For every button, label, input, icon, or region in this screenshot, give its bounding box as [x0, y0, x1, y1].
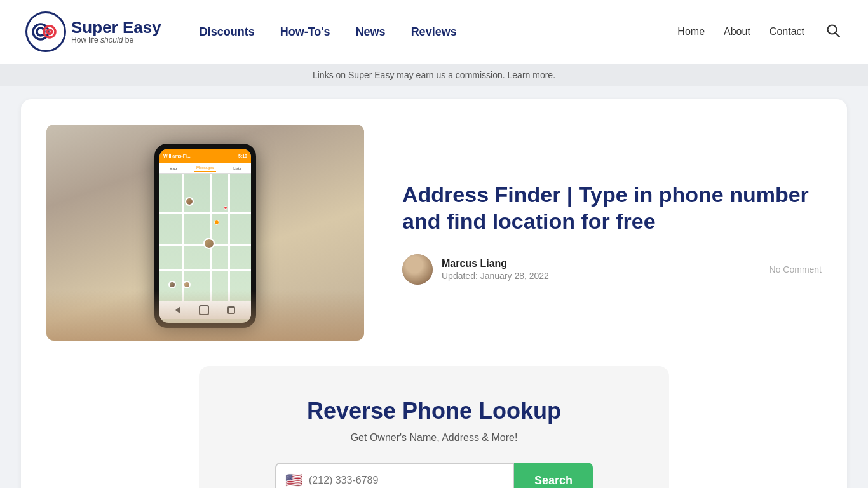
lookup-widget: Reverse Phone Lookup Get Owner's Name, A… [199, 366, 669, 488]
comment-count: No Comment [770, 264, 822, 274]
lookup-subtitle: Get Owner's Name, Address & More! [224, 432, 644, 444]
author-details: Marcus Liang Updated: January 28, 2022 [442, 258, 549, 281]
article-text-section: Address Finder | Type in phone number an… [402, 181, 822, 285]
nav-news[interactable]: News [356, 20, 386, 44]
phone-input-wrapper: 🇺🇸 [275, 463, 514, 488]
search-toggle-button[interactable] [824, 21, 843, 43]
map-pin-3 [168, 281, 176, 288]
phone-map [159, 174, 251, 301]
map-road [228, 174, 230, 301]
logo-text: Super Easy How life should be [71, 19, 161, 44]
map-dot [224, 206, 227, 210]
header-right: Home About Contact [677, 21, 843, 43]
hand-overlay [46, 290, 364, 341]
lookup-form: 🇺🇸 Search [275, 463, 593, 488]
svg-point-3 [48, 30, 52, 34]
commission-bar: Links on Super Easy may earn us a commis… [0, 64, 868, 86]
author-name: Marcus Liang [442, 258, 549, 269]
map-pin-1 [185, 197, 194, 206]
author-avatar [402, 254, 433, 285]
map-dot [214, 220, 219, 225]
nav-about[interactable]: About [724, 26, 750, 37]
main-nav: Discounts How-To's News Reviews [200, 20, 457, 44]
phone-input[interactable] [309, 475, 504, 486]
author-row: Marcus Liang Updated: January 28, 2022 N… [402, 254, 822, 285]
logo-icon [25, 11, 66, 52]
phone-status-bar: Williams-Fi... 5:10 [159, 149, 251, 163]
search-button[interactable]: Search [514, 463, 593, 488]
nav-discounts[interactable]: Discounts [200, 20, 255, 44]
nav-contact[interactable]: Contact [770, 26, 804, 37]
article-title: Address Finder | Type in phone number an… [402, 181, 822, 235]
nav-reviews[interactable]: Reviews [411, 20, 457, 44]
nav-howtos[interactable]: How-To's [280, 20, 330, 44]
site-header: Super Easy How life should be Discounts … [0, 0, 868, 64]
logo-tagline: How life should be [71, 36, 161, 44]
main-content: Williams-Fi... 5:10 Map Messages Lists [21, 99, 847, 488]
flag-icon: 🇺🇸 [285, 472, 302, 488]
avatar-image [402, 254, 433, 285]
map-pin-2 [203, 238, 215, 249]
logo-svg [32, 18, 60, 46]
article-hero: Williams-Fi... 5:10 Map Messages Lists [46, 125, 822, 341]
svg-line-5 [836, 32, 840, 37]
logo-name: Super Easy [71, 19, 161, 36]
author-date: Updated: January 28, 2022 [442, 271, 549, 281]
phone-nav-bar: Map Messages Lists [159, 163, 251, 174]
nav-home[interactable]: Home [677, 26, 705, 37]
map-road [159, 269, 251, 271]
header-left: Super Easy How life should be Discounts … [25, 11, 457, 52]
author-info: Marcus Liang Updated: January 28, 2022 [402, 254, 549, 285]
hero-image: Williams-Fi... 5:10 Map Messages Lists [46, 125, 364, 341]
map-pin-4 [183, 281, 191, 288]
search-icon [826, 24, 840, 37]
logo-link[interactable]: Super Easy How life should be [25, 11, 161, 52]
map-road [159, 212, 251, 214]
lookup-title: Reverse Phone Lookup [224, 398, 644, 424]
